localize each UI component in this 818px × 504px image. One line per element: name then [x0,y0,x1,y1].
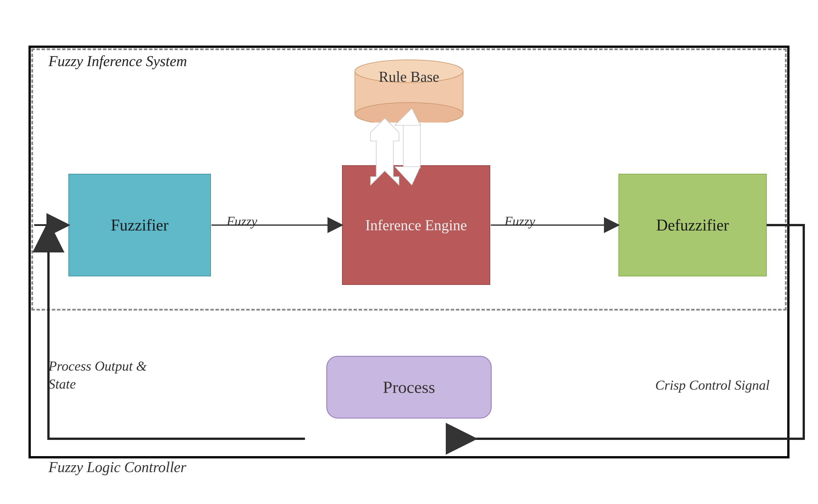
process-label: Process [326,356,492,419]
rule-base-cylinder [352,57,466,124]
crisp-control-label: Crisp Control Signal [655,377,770,393]
diagram-container: Fuzzy Inference System Rule Base Fuzzifi… [11,11,807,493]
inference-engine-label: Inference Engine [342,165,490,285]
fuzzy-logic-controller-label: Fuzzy Logic Controller [48,459,186,476]
rule-base-label: Rule Base [379,68,439,85]
process-output-label: Process Output &State [48,357,147,393]
fuzzy-label-2: Fuzzy [505,214,535,229]
defuzzifier-label: Defuzzifier [619,174,767,276]
fuzzy-label-1: Fuzzy [226,214,257,229]
svg-point-1 [355,103,463,123]
fuzzifier-label: Fuzzifier [68,174,211,276]
fis-label: Fuzzy Inference System [48,53,187,70]
